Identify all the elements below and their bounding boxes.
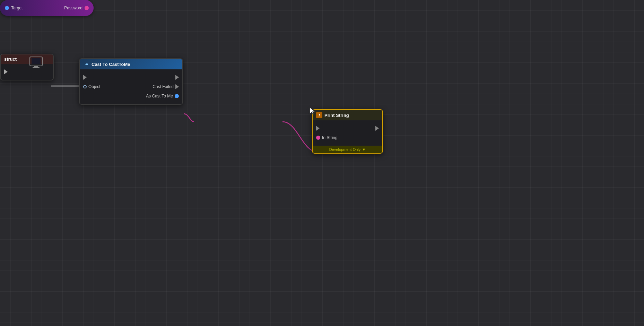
struct-exec-out-pin[interactable] <box>4 69 8 74</box>
print-exec-row <box>316 124 379 132</box>
cast-icon: ↠ <box>83 61 89 67</box>
object-label: Object <box>88 84 101 89</box>
cast-node-title: Cast To CastToMe <box>92 62 130 67</box>
in-string-label: In String <box>322 135 338 140</box>
get-password-label: Password <box>64 6 82 10</box>
print-string-body: In String <box>313 120 382 146</box>
as-cast-label: As Cast To Me <box>146 94 173 98</box>
dev-only-bar: Development Only ▼ <box>313 146 382 153</box>
get-node[interactable]: Target Password <box>0 0 94 16</box>
print-string-header: f Print String <box>313 110 382 120</box>
func-icon: f <box>316 112 322 118</box>
expand-icon[interactable]: ▼ <box>362 147 366 152</box>
struct-node-header: struct <box>1 54 53 64</box>
print-in-string-row: In String <box>316 134 379 142</box>
struct-node-body <box>1 64 53 80</box>
dev-only-label: Development Only <box>329 147 361 152</box>
cast-failed-pin[interactable] <box>175 84 179 89</box>
cast-as-row: As Cast To Me <box>83 92 179 100</box>
svg-rect-2 <box>34 66 38 67</box>
cast-node[interactable]: ↠ Cast To CastToMe Object Cast Failed <box>79 58 183 105</box>
get-password-pin[interactable] <box>85 6 89 10</box>
print-exec-out-pin[interactable] <box>375 126 379 131</box>
cast-node-body: Object Cast Failed As Cast To Me <box>80 69 182 104</box>
cast-node-header: ↠ Cast To CastToMe <box>80 59 182 69</box>
monitor-icon <box>29 56 43 69</box>
cast-object-row: Object Cast Failed <box>83 83 179 91</box>
struct-node[interactable]: struct <box>0 54 54 80</box>
print-string-node[interactable]: f Print String In String Development Onl… <box>312 109 383 154</box>
cast-failed-label: Cast Failed <box>153 84 174 89</box>
in-string-pin[interactable] <box>316 136 320 140</box>
struct-node-title: struct <box>4 57 17 62</box>
blueprint-canvas[interactable]: struct ↠ Cast To CastToMe <box>0 0 644 326</box>
object-pin[interactable] <box>83 85 87 88</box>
print-exec-in-pin[interactable] <box>316 126 320 131</box>
get-target-pin[interactable] <box>5 6 9 10</box>
cast-exec-out-pin[interactable] <box>175 75 179 80</box>
cast-exec-in-pin[interactable] <box>83 75 87 80</box>
print-string-title: Print String <box>324 113 349 118</box>
cast-exec-row <box>83 73 179 82</box>
as-cast-pin[interactable] <box>175 94 179 98</box>
svg-rect-1 <box>32 58 41 64</box>
get-target-label: Target <box>11 6 23 10</box>
svg-rect-3 <box>33 67 40 68</box>
